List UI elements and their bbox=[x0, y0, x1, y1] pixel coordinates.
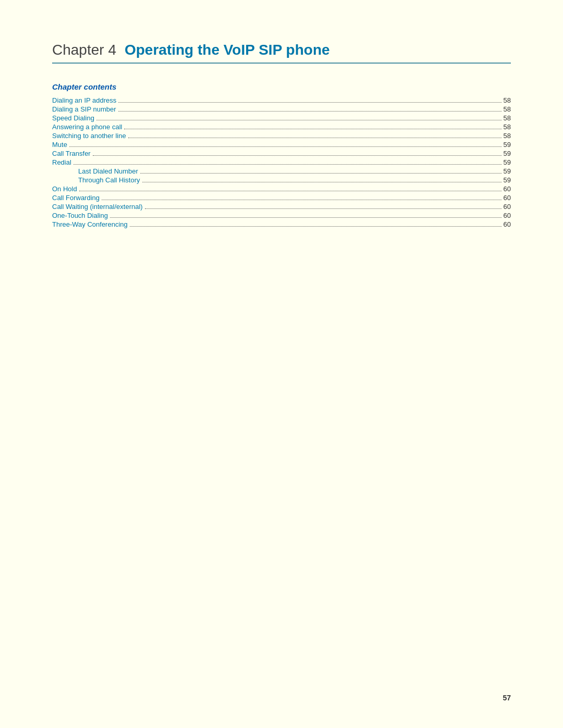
toc-link[interactable]: Mute bbox=[52, 141, 67, 149]
toc-item[interactable]: Redial59 bbox=[52, 158, 511, 166]
toc-item[interactable]: Last Dialed Number59 bbox=[52, 167, 511, 175]
toc-link[interactable]: Switching to another line bbox=[52, 132, 126, 140]
toc-dots bbox=[118, 102, 501, 103]
toc-page-number: 59 bbox=[504, 176, 511, 184]
toc-item[interactable]: Dialing a SIP number58 bbox=[52, 105, 511, 113]
toc-item[interactable]: On Hold60 bbox=[52, 185, 511, 193]
chapter-title: Operating the VoIP SIP phone bbox=[125, 42, 330, 58]
toc-link[interactable]: Speed Dialing bbox=[52, 114, 94, 122]
toc-link[interactable]: Last Dialed Number bbox=[78, 167, 138, 175]
toc-dots bbox=[140, 173, 501, 174]
page-number: 57 bbox=[503, 694, 511, 702]
toc-dots bbox=[102, 200, 501, 200]
toc-link[interactable]: On Hold bbox=[52, 185, 77, 193]
toc-list: Dialing an IP address58Dialing a SIP num… bbox=[52, 96, 511, 228]
toc-item[interactable]: One-Touch Dialing60 bbox=[52, 212, 511, 219]
toc-dots bbox=[69, 146, 501, 147]
toc-item[interactable]: Answering a phone call58 bbox=[52, 123, 511, 131]
toc-dots bbox=[145, 208, 501, 209]
toc-page-number: 60 bbox=[504, 185, 511, 193]
toc-link[interactable]: Through Call History bbox=[78, 176, 140, 184]
toc-item[interactable]: Through Call History59 bbox=[52, 176, 511, 184]
toc-dots bbox=[79, 191, 501, 191]
toc-dots bbox=[130, 226, 501, 227]
toc-page-number: 58 bbox=[504, 132, 511, 140]
toc-page-number: 59 bbox=[504, 150, 511, 157]
toc-page-number: 59 bbox=[504, 141, 511, 149]
toc-dots bbox=[118, 111, 501, 112]
toc-link[interactable]: Three-Way Conferencing bbox=[52, 220, 128, 228]
toc-link[interactable]: Answering a phone call bbox=[52, 123, 122, 131]
toc-page-number: 60 bbox=[504, 220, 511, 228]
toc-item[interactable]: Switching to another line58 bbox=[52, 132, 511, 140]
toc-dots bbox=[124, 129, 501, 129]
toc-dots bbox=[74, 164, 501, 165]
toc-page-number: 60 bbox=[504, 194, 511, 202]
toc-page-number: 58 bbox=[504, 123, 511, 131]
toc-dots bbox=[93, 155, 501, 156]
toc-page-number: 60 bbox=[504, 212, 511, 219]
toc-link[interactable]: Call Forwarding bbox=[52, 194, 100, 202]
toc-link[interactable]: Dialing a SIP number bbox=[52, 105, 116, 113]
toc-link[interactable]: Call Transfer bbox=[52, 150, 91, 157]
toc-item[interactable]: Speed Dialing58 bbox=[52, 114, 511, 122]
toc-item[interactable]: Dialing an IP address58 bbox=[52, 96, 511, 104]
chapter-contents-section: Chapter contents Dialing an IP address58… bbox=[52, 82, 511, 228]
toc-item[interactable]: Call Transfer59 bbox=[52, 150, 511, 157]
toc-item[interactable]: Mute59 bbox=[52, 141, 511, 149]
chapter-label: Chapter 4 bbox=[52, 42, 116, 58]
toc-page-number: 59 bbox=[504, 167, 511, 175]
toc-page-number: 60 bbox=[504, 203, 511, 211]
toc-dots bbox=[110, 217, 501, 218]
toc-item[interactable]: Call Forwarding60 bbox=[52, 194, 511, 202]
chapter-header: Chapter 4 Operating the VoIP SIP phone bbox=[52, 42, 511, 64]
toc-link[interactable]: Dialing an IP address bbox=[52, 96, 116, 104]
toc-page-number: 58 bbox=[504, 105, 511, 113]
toc-item[interactable]: Call Waiting (internal/external)60 bbox=[52, 203, 511, 211]
toc-dots bbox=[142, 182, 501, 182]
toc-link[interactable]: Redial bbox=[52, 158, 71, 166]
toc-page-number: 59 bbox=[504, 158, 511, 166]
page: Chapter 4 Operating the VoIP SIP phone C… bbox=[0, 0, 563, 728]
toc-dots bbox=[128, 138, 501, 138]
toc-link[interactable]: Call Waiting (internal/external) bbox=[52, 203, 143, 211]
toc-page-number: 58 bbox=[504, 114, 511, 122]
toc-dots bbox=[96, 120, 501, 120]
contents-heading: Chapter contents bbox=[52, 82, 511, 91]
toc-link[interactable]: One-Touch Dialing bbox=[52, 212, 108, 219]
toc-item[interactable]: Three-Way Conferencing60 bbox=[52, 220, 511, 228]
toc-page-number: 58 bbox=[504, 96, 511, 104]
